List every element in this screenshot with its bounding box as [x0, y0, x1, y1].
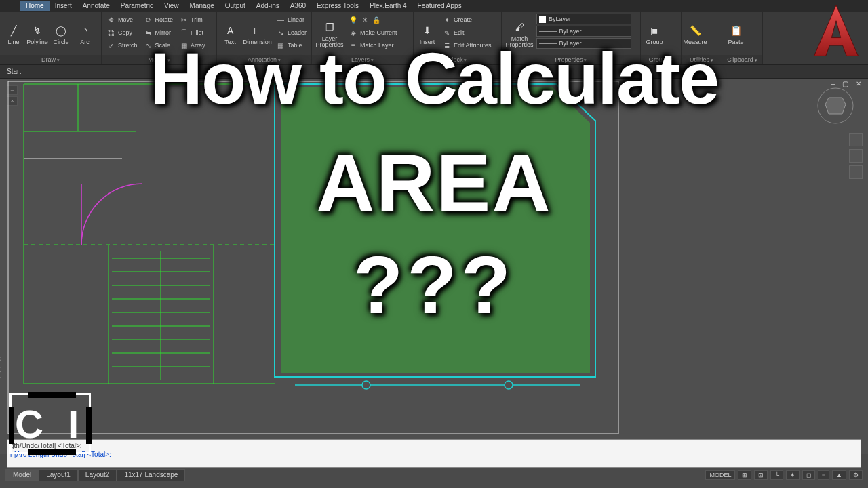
status-osnap-icon[interactable]: ◻ [802, 470, 815, 480]
tab-a360[interactable]: A360 [285, 1, 311, 11]
status-lineweight-icon[interactable]: ≡ [818, 470, 829, 480]
dimension-icon: ⊢ [250, 23, 265, 38]
tab-manage[interactable]: Manage [184, 1, 220, 11]
tab-parametric[interactable]: Parametric [115, 1, 159, 11]
create-icon: ✦ [442, 15, 452, 24]
table-label: Table [288, 42, 302, 49]
nav-pan-icon[interactable] [849, 133, 863, 146]
tab-home[interactable]: Home [20, 1, 50, 11]
tab-annotate[interactable]: Annotate [77, 1, 115, 11]
panel-draw-title[interactable]: Draw [0, 55, 101, 64]
text-button[interactable]: AText [220, 14, 241, 54]
match-properties-button[interactable]: 🖌Match Properties [505, 14, 534, 54]
layout-tab-landscape[interactable]: 11x17 Landscape [117, 469, 185, 481]
tab-express[interactable]: Express Tools [311, 1, 364, 11]
group-button[interactable]: ▣Group [644, 14, 665, 54]
rotate-button[interactable]: ⟳Rotate [142, 14, 176, 26]
insert-button[interactable]: ⬇Insert [416, 14, 438, 54]
tab-output[interactable]: Output [220, 1, 251, 11]
leader-button[interactable]: ↘Leader [274, 26, 309, 39]
nav-orbit-icon[interactable] [849, 165, 863, 179]
polyline-icon: ↯ [30, 23, 45, 38]
status-snap-icon[interactable]: ⊡ [754, 470, 768, 480]
start-tab[interactable]: Start [7, 68, 21, 75]
layout-tab-layout1[interactable]: Layout1 [39, 469, 78, 481]
panel-annotation-title[interactable]: Annotation [217, 55, 311, 64]
panel-annotation: AText ⊢Dimension —Linear ↘Leader ▦Table … [217, 12, 312, 64]
paste-icon: 📋 [728, 23, 743, 38]
scale-label: Scale [155, 42, 171, 49]
panel-block-title[interactable]: Block [414, 55, 501, 64]
scale-icon: ⤡ [144, 41, 153, 50]
panel-modify-title[interactable]: Modify [102, 55, 216, 64]
nav-zoom-icon[interactable] [849, 149, 863, 163]
stretch-button[interactable]: ⤢Stretch [104, 39, 140, 52]
fillet-button[interactable]: ⌒Fillet [177, 26, 208, 39]
status-annoscale-icon[interactable]: ▲ [832, 470, 846, 480]
command-prompt: r [Arc Length Undo Total] <Total>: [10, 450, 858, 459]
layer-state-button[interactable]: 💡☀🔒 [347, 14, 399, 26]
sun-icon: ☀ [360, 15, 370, 24]
circle-button[interactable]: ◯Circle [50, 14, 72, 54]
panel-layers-title[interactable]: Layers [312, 55, 413, 64]
status-grid-icon[interactable]: ⊞ [738, 470, 751, 480]
tab-addins[interactable]: Add-ins [251, 1, 285, 11]
create-block-button[interactable]: ✦Create [440, 14, 494, 26]
status-polar-icon[interactable]: ✶ [786, 470, 800, 480]
linetype-dropdown[interactable]: ——— ByLayer [536, 38, 631, 49]
panel-properties-title[interactable]: Properties [502, 55, 640, 64]
status-gear-icon[interactable]: ⚙ [849, 470, 863, 480]
arc-button[interactable]: ◝Arc [74, 14, 96, 54]
floorplan-svg [0, 79, 868, 454]
mirror-label: Mirror [155, 29, 172, 36]
panel-groups-title[interactable]: Groups [641, 55, 681, 64]
table-icon: ▦ [276, 41, 285, 50]
panel-clipboard-title[interactable]: Clipboard [722, 55, 762, 64]
dimension-button[interactable]: ⊢Dimension [243, 14, 272, 54]
edit-block-button[interactable]: ✎Edit [440, 26, 494, 39]
drawing-canvas[interactable]: – × TIES [0, 79, 868, 454]
edit-attributes-button[interactable]: ≣Edit Attributes [440, 39, 494, 52]
tab-plexearth[interactable]: Plex.Earth 4 [364, 1, 412, 11]
status-model[interactable]: MODEL [705, 470, 735, 480]
tab-insert[interactable]: Insert [50, 1, 77, 11]
table-button[interactable]: ▦Table [274, 39, 309, 52]
move-button[interactable]: ✥Move [104, 14, 140, 26]
lineweight-dropdown[interactable]: ——— ByLayer [536, 26, 631, 37]
make-current-label: Make Current [360, 29, 397, 36]
command-line[interactable]: gth/Undo/Total] <Total>: r [Arc Length U… [7, 439, 861, 468]
trim-button[interactable]: ✂Trim [177, 14, 208, 26]
linear-label: Linear [288, 16, 304, 23]
mirror-button[interactable]: ⇋Mirror [142, 26, 176, 39]
brush-icon: 🖌 [512, 20, 527, 35]
layer-properties-button[interactable]: ❐Layer Properties [315, 14, 344, 54]
layout-tab-model[interactable]: Model [5, 469, 39, 481]
file-tabs[interactable]: Start [0, 65, 868, 79]
copy-button[interactable]: ⿻Copy [104, 26, 140, 39]
tab-view[interactable]: View [159, 1, 184, 11]
rotate-label: Rotate [155, 16, 174, 23]
linear-button[interactable]: —Linear [274, 14, 309, 26]
make-current-button[interactable]: ◈Make Current [347, 26, 399, 39]
navigation-cube[interactable] [815, 85, 856, 126]
line-button[interactable]: ╱Line [3, 14, 24, 54]
panel-groups: ▣Group Groups [641, 12, 682, 64]
leader-label: Leader [288, 29, 307, 36]
paste-button[interactable]: 📋Paste [725, 14, 747, 54]
panel-utilities-title[interactable]: Utilities [682, 55, 722, 64]
polyline-button[interactable]: ↯Polyline [26, 14, 48, 54]
array-button[interactable]: ▦Array [177, 39, 208, 52]
layer-properties-label: Layer Properties [315, 36, 343, 48]
measure-label: Measure [684, 39, 707, 45]
layout-tab-add[interactable]: + [185, 469, 200, 481]
create-label: Create [454, 16, 472, 23]
match-layer-button[interactable]: ≡Match Layer [347, 39, 399, 52]
color-dropdown[interactable]: ByLayer [536, 14, 631, 24]
tab-featured[interactable]: Featured Apps [412, 1, 467, 11]
status-ortho-icon[interactable]: └ [770, 470, 783, 480]
layout-tab-layout2[interactable]: Layout2 [78, 469, 117, 481]
scale-button[interactable]: ⤡Scale [142, 39, 176, 52]
measure-button[interactable]: 📏Measure [684, 14, 706, 54]
text-label: Text [224, 39, 236, 45]
circle-icon: ◯ [54, 23, 68, 38]
